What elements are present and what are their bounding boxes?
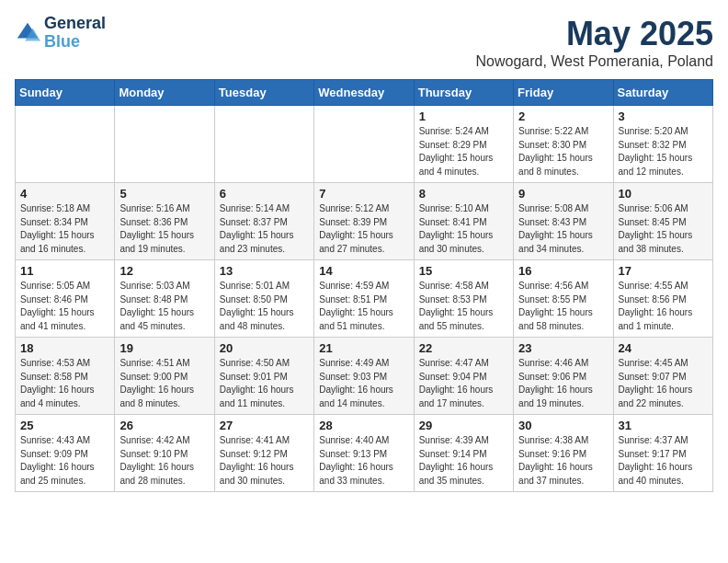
calendar-cell: 14Sunrise: 4:59 AMSunset: 8:51 PMDayligh… (314, 260, 414, 338)
day-info: Sunrise: 4:38 AMSunset: 9:16 PMDaylight:… (518, 434, 608, 488)
day-number: 15 (419, 264, 508, 278)
calendar-cell: 16Sunrise: 4:56 AMSunset: 8:55 PMDayligh… (514, 260, 613, 338)
day-number: 21 (319, 341, 408, 355)
day-info: Sunrise: 4:45 AMSunset: 9:07 PMDaylight:… (619, 357, 708, 410)
day-number: 25 (20, 419, 109, 432)
day-info: Sunrise: 5:16 AMSunset: 8:36 PMDaylight:… (119, 202, 209, 256)
day-info: Sunrise: 4:51 AMSunset: 9:00 PMDaylight:… (119, 357, 209, 410)
logo-icon (15, 20, 40, 46)
weekday-header-tuesday: Tuesday (214, 80, 313, 106)
day-number: 18 (20, 341, 109, 355)
calendar-week-row: 1Sunrise: 5:24 AMSunset: 8:29 PMDaylight… (16, 106, 713, 183)
day-number: 9 (518, 187, 608, 201)
day-info: Sunrise: 4:42 AMSunset: 9:10 PMDaylight:… (119, 434, 209, 488)
day-number: 30 (518, 419, 608, 432)
calendar-cell: 3Sunrise: 5:20 AMSunset: 8:32 PMDaylight… (613, 106, 712, 183)
calendar-table: SundayMondayTuesdayWednesdayThursdayFrid… (15, 79, 713, 492)
day-info: Sunrise: 5:10 AMSunset: 8:41 PMDaylight:… (419, 202, 508, 256)
calendar-cell: 30Sunrise: 4:38 AMSunset: 9:16 PMDayligh… (514, 415, 613, 492)
day-info: Sunrise: 4:43 AMSunset: 9:09 PMDaylight:… (20, 434, 109, 488)
day-info: Sunrise: 5:03 AMSunset: 8:48 PMDaylight:… (119, 280, 209, 333)
calendar-cell: 12Sunrise: 5:03 AMSunset: 8:48 PMDayligh… (115, 260, 214, 338)
day-number: 31 (619, 419, 708, 432)
day-number: 13 (220, 264, 309, 278)
calendar-cell: 22Sunrise: 4:47 AMSunset: 9:04 PMDayligh… (414, 338, 513, 415)
logo: General Blue (15, 15, 106, 52)
calendar-cell: 10Sunrise: 5:06 AMSunset: 8:45 PMDayligh… (613, 183, 712, 260)
calendar-cell: 2Sunrise: 5:22 AMSunset: 8:30 PMDaylight… (514, 106, 613, 183)
month-title: May 2025 (475, 15, 713, 53)
day-number: 10 (619, 187, 708, 201)
calendar-week-row: 11Sunrise: 5:05 AMSunset: 8:46 PMDayligh… (16, 260, 713, 338)
day-number: 12 (119, 264, 209, 278)
calendar-cell: 17Sunrise: 4:55 AMSunset: 8:56 PMDayligh… (613, 260, 712, 338)
day-number: 24 (619, 341, 708, 355)
day-info: Sunrise: 4:40 AMSunset: 9:13 PMDaylight:… (319, 434, 408, 488)
day-info: Sunrise: 4:50 AMSunset: 9:01 PMDaylight:… (220, 357, 309, 410)
day-number: 4 (20, 187, 109, 201)
day-number: 23 (518, 341, 608, 355)
day-number: 26 (119, 419, 209, 432)
day-number: 27 (220, 419, 309, 432)
day-number: 16 (518, 264, 608, 278)
day-info: Sunrise: 5:20 AMSunset: 8:32 PMDaylight:… (619, 125, 708, 178)
calendar-cell: 5Sunrise: 5:16 AMSunset: 8:36 PMDaylight… (115, 183, 214, 260)
calendar-cell: 8Sunrise: 5:10 AMSunset: 8:41 PMDaylight… (414, 183, 513, 260)
calendar-week-row: 18Sunrise: 4:53 AMSunset: 8:58 PMDayligh… (16, 338, 713, 415)
day-number: 28 (319, 419, 408, 432)
weekday-header-friday: Friday (514, 80, 613, 106)
calendar-cell: 4Sunrise: 5:18 AMSunset: 8:34 PMDaylight… (16, 183, 115, 260)
calendar-cell: 29Sunrise: 4:39 AMSunset: 9:14 PMDayligh… (414, 415, 513, 492)
day-info: Sunrise: 4:39 AMSunset: 9:14 PMDaylight:… (419, 434, 508, 488)
day-info: Sunrise: 4:46 AMSunset: 9:06 PMDaylight:… (518, 357, 608, 410)
day-info: Sunrise: 4:56 AMSunset: 8:55 PMDaylight:… (518, 280, 608, 333)
page-header: General Blue May 2025 Nowogard, West Pom… (15, 15, 713, 70)
day-info: Sunrise: 5:22 AMSunset: 8:30 PMDaylight:… (518, 125, 608, 178)
calendar-cell: 23Sunrise: 4:46 AMSunset: 9:06 PMDayligh… (514, 338, 613, 415)
calendar-cell: 19Sunrise: 4:51 AMSunset: 9:00 PMDayligh… (115, 338, 214, 415)
weekday-header-sunday: Sunday (16, 80, 115, 106)
day-info: Sunrise: 4:47 AMSunset: 9:04 PMDaylight:… (419, 357, 508, 410)
day-info: Sunrise: 4:55 AMSunset: 8:56 PMDaylight:… (619, 280, 708, 333)
day-number: 2 (518, 109, 608, 123)
day-number: 11 (20, 264, 109, 278)
title-block: May 2025 Nowogard, West Pomerania, Polan… (475, 15, 713, 70)
calendar-cell: 25Sunrise: 4:43 AMSunset: 9:09 PMDayligh… (16, 415, 115, 492)
calendar-cell: 7Sunrise: 5:12 AMSunset: 8:39 PMDaylight… (314, 183, 414, 260)
calendar-cell: 27Sunrise: 4:41 AMSunset: 9:12 PMDayligh… (214, 415, 313, 492)
day-number: 3 (619, 109, 708, 123)
calendar-cell (214, 106, 313, 183)
day-info: Sunrise: 5:12 AMSunset: 8:39 PMDaylight:… (319, 202, 408, 256)
day-info: Sunrise: 5:14 AMSunset: 8:37 PMDaylight:… (220, 202, 309, 256)
day-number: 17 (619, 264, 708, 278)
logo-text: General Blue (44, 15, 106, 52)
day-info: Sunrise: 4:41 AMSunset: 9:12 PMDaylight:… (220, 434, 309, 488)
calendar-cell: 6Sunrise: 5:14 AMSunset: 8:37 PMDaylight… (214, 183, 313, 260)
calendar-cell: 9Sunrise: 5:08 AMSunset: 8:43 PMDaylight… (514, 183, 613, 260)
weekday-header-saturday: Saturday (613, 80, 712, 106)
calendar-cell: 24Sunrise: 4:45 AMSunset: 9:07 PMDayligh… (613, 338, 712, 415)
weekday-header-monday: Monday (115, 80, 214, 106)
day-info: Sunrise: 4:59 AMSunset: 8:51 PMDaylight:… (319, 280, 408, 333)
calendar-cell: 21Sunrise: 4:49 AMSunset: 9:03 PMDayligh… (314, 338, 414, 415)
day-number: 20 (220, 341, 309, 355)
day-number: 5 (119, 187, 209, 201)
day-info: Sunrise: 5:18 AMSunset: 8:34 PMDaylight:… (20, 202, 109, 256)
calendar-cell: 11Sunrise: 5:05 AMSunset: 8:46 PMDayligh… (16, 260, 115, 338)
location-title: Nowogard, West Pomerania, Poland (475, 53, 713, 70)
day-info: Sunrise: 5:08 AMSunset: 8:43 PMDaylight:… (518, 202, 608, 256)
calendar-cell: 1Sunrise: 5:24 AMSunset: 8:29 PMDaylight… (414, 106, 513, 183)
day-info: Sunrise: 5:24 AMSunset: 8:29 PMDaylight:… (419, 125, 508, 178)
day-info: Sunrise: 4:53 AMSunset: 8:58 PMDaylight:… (20, 357, 109, 410)
weekday-header-wednesday: Wednesday (314, 80, 414, 106)
day-number: 29 (419, 419, 508, 432)
calendar-cell: 26Sunrise: 4:42 AMSunset: 9:10 PMDayligh… (115, 415, 214, 492)
calendar-week-row: 25Sunrise: 4:43 AMSunset: 9:09 PMDayligh… (16, 415, 713, 492)
day-info: Sunrise: 4:58 AMSunset: 8:53 PMDaylight:… (419, 280, 508, 333)
weekday-header-row: SundayMondayTuesdayWednesdayThursdayFrid… (16, 80, 713, 106)
calendar-cell: 18Sunrise: 4:53 AMSunset: 8:58 PMDayligh… (16, 338, 115, 415)
calendar-cell: 13Sunrise: 5:01 AMSunset: 8:50 PMDayligh… (214, 260, 313, 338)
day-info: Sunrise: 4:49 AMSunset: 9:03 PMDaylight:… (319, 357, 408, 410)
day-info: Sunrise: 4:37 AMSunset: 9:17 PMDaylight:… (619, 434, 708, 488)
calendar-cell (16, 106, 115, 183)
